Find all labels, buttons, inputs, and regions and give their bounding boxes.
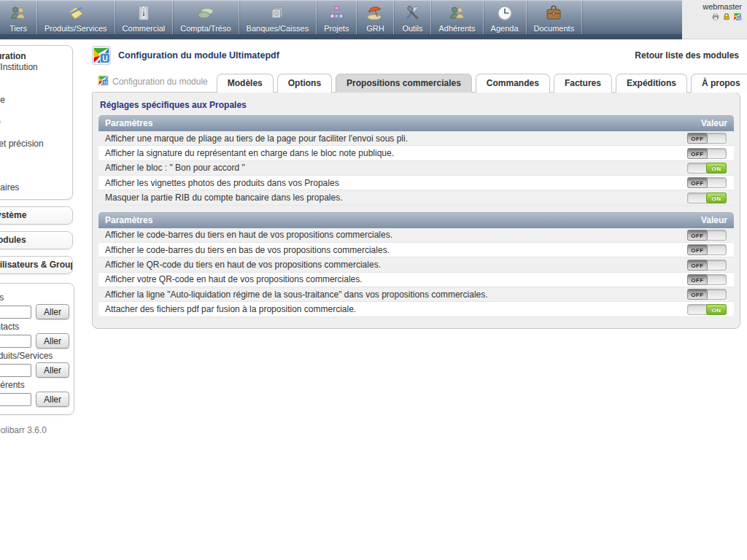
- svg-text:U: U: [104, 80, 107, 85]
- toggle-off[interactable]: OFF: [687, 289, 727, 300]
- toggle-off[interactable]: OFF: [687, 177, 727, 188]
- search-row-produits-services: Aller: [0, 362, 69, 378]
- printer-icon[interactable]: [711, 12, 720, 21]
- sidebar-section-syste-me[interactable]: Système: [0, 206, 73, 225]
- toggle-off[interactable]: OFF: [687, 244, 727, 255]
- sidebar-item-boi-tes[interactable]: Boîtes: [0, 84, 66, 95]
- search-input-adhe-rents[interactable]: [0, 393, 31, 406]
- toggle-knob: ON: [706, 304, 727, 315]
- sidebar-item-emails[interactable]: Emails: [0, 149, 66, 160]
- toggle-off[interactable]: OFF: [687, 230, 727, 241]
- go-button[interactable]: Aller: [36, 362, 69, 378]
- tools-icon: [401, 3, 423, 23]
- quick-search-box: TiersAllerContactsAllerProduits/Services…: [0, 283, 74, 415]
- settings-card: Réglages spécifiques aux Propales Paramè…: [92, 92, 740, 329]
- menu-item-label: Tiers: [9, 23, 27, 33]
- sidebar-item-dictionnaires[interactable]: Dictionnaires: [0, 182, 66, 193]
- menu-item-label: Projets: [324, 23, 349, 33]
- ultimatepdf-logo-icon: U: [92, 46, 111, 65]
- menu-item-adhe-rents[interactable]: Adhérents: [431, 0, 483, 34]
- setting-value: OFF: [677, 257, 734, 272]
- menu-item-label: Outils: [402, 23, 422, 33]
- tab-mode-les[interactable]: Modèles: [217, 74, 274, 93]
- menu-item-label: Produits/Services: [44, 23, 107, 33]
- toggle-off[interactable]: OFF: [687, 133, 727, 144]
- lock-icon[interactable]: [722, 12, 731, 21]
- table-row: Afficher le code-barres du tiers en bas …: [98, 243, 734, 257]
- toggle-on[interactable]: ON: [687, 304, 727, 315]
- setting-value: OFF: [677, 146, 734, 160]
- back-to-modules-link[interactable]: Retour liste des modules: [635, 50, 739, 61]
- menu-item-produits-services[interactable]: Produits/Services: [37, 0, 115, 34]
- search-row-tiers: Aller: [0, 304, 69, 319]
- menu-item-compta-tre-so[interactable]: Compta/Tréso: [173, 0, 239, 34]
- sidebar-item-sms[interactable]: SMS: [0, 160, 66, 171]
- menu-item-projets[interactable]: Projets: [317, 0, 357, 34]
- tab-options[interactable]: Options: [277, 74, 332, 93]
- search-label-contacts: Contacts: [0, 322, 69, 332]
- sidebar-item-affichage[interactable]: Affichage: [0, 95, 66, 106]
- go-button[interactable]: Aller: [36, 333, 69, 349]
- toggle-off[interactable]: OFF: [687, 148, 727, 159]
- go-button[interactable]: Aller: [36, 304, 69, 319]
- menu-item-commercial[interactable]: Commercial: [115, 0, 174, 34]
- toggle-on[interactable]: ON: [687, 192, 727, 203]
- sidebar-item-limites-et-pre-cision[interactable]: Limites et précision: [0, 139, 66, 149]
- menu-item-outils[interactable]: Outils: [394, 0, 431, 34]
- menu-item-label: Documents: [534, 23, 575, 33]
- toggle-off[interactable]: OFF: [687, 260, 727, 271]
- menu-item-agenda[interactable]: Agenda: [484, 0, 527, 34]
- toggle-on[interactable]: ON: [687, 163, 727, 174]
- menu-item-banques-caisses[interactable]: Banques/Caisses: [239, 0, 317, 34]
- setup-menu-header: Configuration: [0, 51, 66, 62]
- sidebar-section-utilisateurs-groupes[interactable]: Utilisateurs & Groupes: [0, 256, 73, 274]
- search-row-adhe-rents: Aller: [0, 392, 69, 407]
- commercial-icon: [133, 3, 155, 23]
- column-header-valeur: Valeur: [677, 115, 734, 131]
- menu-item-label: Agenda: [491, 23, 519, 33]
- setting-label: Afficher la signature du représentant en…: [98, 146, 677, 160]
- toggle-knob: OFF: [687, 230, 708, 241]
- documents-icon: [543, 3, 565, 23]
- sidebar-section-modules[interactable]: Modules: [0, 231, 73, 249]
- page-title: Configuration du module Ultimatepdf: [118, 50, 279, 61]
- setting-value: OFF: [677, 243, 734, 257]
- table-header-row: ParamètresValeur: [98, 115, 734, 131]
- tab-expe-ditions[interactable]: Expéditions: [616, 74, 687, 93]
- sidebar-item-menus[interactable]: Menus: [0, 73, 66, 84]
- menubar: TiersProduits/ServicesCommercialCompta/T…: [0, 0, 682, 39]
- tab-a-propos[interactable]: À propos: [691, 74, 747, 93]
- sidebar-item-socie-te-institution[interactable]: Société/Institution: [0, 62, 66, 73]
- setting-label: Afficher le bloc : " Bon pour accord ": [98, 161, 677, 176]
- svg-text:U: U: [102, 55, 107, 63]
- setting-value: OFF: [677, 131, 734, 146]
- menu-item-documents[interactable]: Documents: [527, 0, 583, 34]
- sidebar-item-divers[interactable]: Divers: [0, 171, 66, 182]
- menu-item-tiers[interactable]: Tiers: [0, 0, 37, 34]
- menu-item-grh[interactable]: GRH: [357, 0, 394, 34]
- setting-label: Attacher des fichiers pdf par fusion à l…: [98, 302, 677, 316]
- tab-factures[interactable]: Factures: [554, 74, 612, 93]
- setting-label: Afficher votre QR-code en haut de vos pr…: [98, 273, 677, 287]
- tab-commandes[interactable]: Commandes: [476, 74, 550, 93]
- ultimatepdf-icon[interactable]: U: [733, 12, 742, 21]
- tab-propositions-commerciales[interactable]: Propositions commerciales: [336, 74, 472, 93]
- search-label-adhe-rents: Adhérents: [0, 380, 69, 390]
- toggle-knob: ON: [706, 163, 727, 174]
- tab-context-text: Configuration du module: [112, 77, 208, 87]
- toggle-off[interactable]: OFF: [687, 274, 727, 285]
- sidebar-item-pdf[interactable]: PDF: [0, 128, 66, 139]
- settings-table: ParamètresValeurAfficher une marque de p…: [98, 115, 734, 206]
- projects-icon: [325, 3, 347, 23]
- setting-label: Afficher le code-barres du tiers en haut…: [98, 228, 677, 243]
- search-input-contacts[interactable]: [0, 335, 31, 348]
- menu-item-label: Adhérents: [438, 23, 475, 33]
- menu-item-label: GRH: [366, 23, 384, 33]
- sidebar-item-alertes[interactable]: Alertes: [0, 106, 66, 117]
- sidebar-item-se-curite[interactable]: Sécurité: [0, 117, 66, 128]
- setting-value: OFF: [677, 287, 734, 302]
- tiers-icon: [7, 3, 29, 23]
- go-button[interactable]: Aller: [36, 392, 69, 407]
- search-input-produits-services[interactable]: [0, 364, 31, 377]
- search-input-tiers[interactable]: [0, 306, 31, 319]
